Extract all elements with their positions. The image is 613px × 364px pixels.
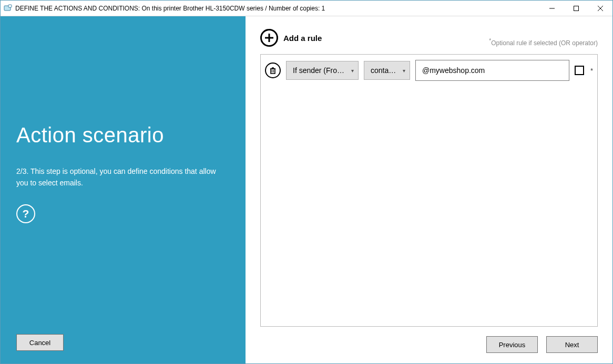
cancel-label: Cancel: [29, 339, 50, 347]
sidebar-heading: Action scenario: [16, 123, 230, 147]
previous-label: Previous: [499, 341, 526, 349]
app-icon: [4, 4, 12, 13]
title-bar: DEFINE THE ACTIONS AND CONDITIONS: On th…: [1, 1, 612, 16]
sidebar-description: 2/3. This step is optional, you can defi…: [16, 166, 221, 189]
previous-button[interactable]: Previous: [486, 336, 538, 353]
window-controls: [540, 1, 612, 16]
maximize-button[interactable]: [564, 1, 588, 16]
rule-operator-label: contains: [371, 66, 397, 75]
plus-icon: [260, 29, 278, 47]
optional-note-text: Optional rule if selected (OR operator): [491, 39, 598, 47]
rule-operator-select[interactable]: contains ▾: [364, 61, 410, 80]
minimize-button[interactable]: [540, 1, 564, 16]
svg-rect-3: [574, 6, 579, 11]
optional-rule-checkbox[interactable]: [575, 66, 584, 75]
add-rule-button[interactable]: Add a rule: [260, 29, 322, 47]
svg-rect-8: [271, 69, 275, 74]
window-title: DEFINE THE ACTIONS AND CONDITIONS: On th…: [15, 5, 325, 12]
help-symbol: ?: [23, 207, 29, 220]
delete-rule-button[interactable]: [265, 63, 281, 78]
close-button[interactable]: [588, 1, 612, 16]
trash-icon: [269, 67, 277, 74]
help-icon[interactable]: ?: [16, 204, 35, 223]
optional-note: *Optional rule if selected (OR operator): [489, 38, 598, 47]
rule-row: If sender (From)... ▾ contains ▾ *: [265, 60, 593, 81]
chevron-down-icon: ▾: [351, 68, 354, 74]
rule-value-input[interactable]: [415, 60, 569, 81]
main-panel: Add a rule *Optional rule if selected (O…: [246, 16, 612, 363]
footer-buttons: Previous Next: [260, 336, 598, 353]
rules-container: If sender (From)... ▾ contains ▾ *: [260, 54, 598, 327]
add-rule-label: Add a rule: [283, 34, 322, 43]
rule-field-label: If sender (From)...: [293, 66, 346, 75]
next-label: Next: [565, 341, 579, 349]
optional-asterisk: *: [590, 67, 593, 75]
cancel-button[interactable]: Cancel: [16, 334, 64, 351]
chevron-down-icon: ▾: [403, 68, 405, 74]
sidebar: Action scenario 2/3. This step is option…: [1, 16, 246, 363]
rule-field-select[interactable]: If sender (From)... ▾: [286, 61, 359, 80]
next-button[interactable]: Next: [546, 336, 598, 353]
svg-rect-1: [8, 5, 12, 7]
